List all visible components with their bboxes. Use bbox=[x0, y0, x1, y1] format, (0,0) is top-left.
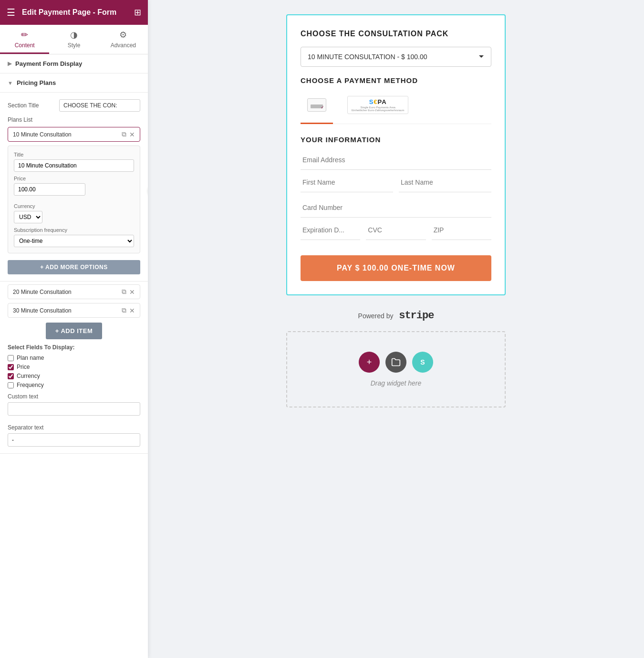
plan-detail-box: Title Price Currency USD EUR GBP Subscri… bbox=[8, 146, 140, 253]
section-title-row: Section Title bbox=[8, 99, 140, 112]
payment-method-card[interactable] bbox=[301, 92, 333, 118]
pay-button[interactable]: PAY $ 100.00 ONE-TIME NOW bbox=[301, 255, 491, 281]
plan-3-actions: ⧉ ✕ bbox=[122, 306, 135, 314]
add-item-button[interactable]: + ADD ITEM bbox=[46, 323, 103, 339]
price-section: Price bbox=[14, 176, 85, 199]
plan-1-actions: ⧉ ✕ bbox=[122, 130, 135, 138]
page-title: Edit Payment Page - Form bbox=[22, 8, 127, 17]
plan-1-copy-button[interactable]: ⧉ bbox=[122, 130, 126, 138]
subscription-section: Subscription frequency One-time Monthly … bbox=[14, 227, 134, 247]
top-bar: ☰ Edit Payment Page - Form ⊞ bbox=[0, 0, 148, 25]
tabs-bar: ✏ Content ◑ Style ⚙ Advanced bbox=[0, 25, 148, 54]
cvc-field[interactable] bbox=[366, 220, 426, 240]
tab-content[interactable]: ✏ Content bbox=[0, 25, 49, 54]
payment-form-display-label: Payment Form Display bbox=[15, 60, 82, 67]
last-name-field[interactable] bbox=[399, 173, 491, 192]
checkbox-frequency-input[interactable] bbox=[8, 382, 14, 388]
plan-3-copy-button[interactable]: ⧉ bbox=[122, 306, 126, 314]
expiry-field[interactable] bbox=[301, 220, 360, 240]
checkbox-currency[interactable]: Currency bbox=[8, 373, 140, 379]
name-row bbox=[301, 173, 491, 195]
payment-method-sepa[interactable]: S€PA Single Euro Payments AreaEinheitlic… bbox=[341, 92, 415, 118]
checkbox-currency-label: Currency bbox=[17, 373, 40, 379]
payment-form-display-header[interactable]: ▶ Payment Form Display bbox=[0, 54, 148, 73]
add-more-options-button[interactable]: + ADD MORE OPTIONS bbox=[8, 260, 140, 274]
stripe-widget-button[interactable]: S bbox=[412, 352, 433, 373]
sepa-euro: € bbox=[374, 98, 377, 105]
custom-text-input[interactable] bbox=[8, 402, 140, 416]
content-tab-label: Content bbox=[15, 42, 35, 49]
plan-title-input[interactable] bbox=[14, 159, 134, 172]
plans-list-label: Plans List bbox=[8, 116, 140, 123]
pricing-plans-content: Section Title Plans List 10 Minute Consu… bbox=[0, 93, 148, 282]
price-input[interactable] bbox=[14, 183, 85, 196]
tab-advanced[interactable]: ⚙ Advanced bbox=[99, 25, 148, 54]
stripe-text: stripe bbox=[399, 310, 434, 322]
sepa-badge: S€PA Single Euro Payments AreaEinheitlic… bbox=[347, 96, 408, 114]
choose-pack-title: CHOOSE THE CONSULTATION PACK bbox=[301, 30, 491, 38]
powered-by-text: Powered by bbox=[358, 312, 394, 320]
plan-2-actions: ⧉ ✕ bbox=[122, 288, 135, 296]
pricing-plans-header[interactable]: ▼ Pricing Plans bbox=[0, 73, 148, 93]
grid-icon[interactable]: ⊞ bbox=[134, 7, 141, 18]
style-tab-label: Style bbox=[68, 42, 81, 49]
content-tab-icon: ✏ bbox=[21, 30, 28, 40]
plan-2-copy-button[interactable]: ⧉ bbox=[122, 288, 126, 296]
section-title-input[interactable] bbox=[59, 99, 140, 112]
checkbox-price-input[interactable] bbox=[8, 364, 14, 370]
your-info-title: YOUR INFORMATION bbox=[301, 136, 491, 144]
payment-form-card: CHOOSE THE CONSULTATION PACK 10 MINUTE C… bbox=[286, 14, 506, 295]
widget-buttons: + S bbox=[359, 352, 433, 373]
subscription-label: Subscription frequency bbox=[14, 227, 134, 233]
plan-1-delete-button[interactable]: ✕ bbox=[129, 130, 135, 138]
email-field[interactable] bbox=[301, 150, 491, 170]
pp-arrow-icon: ▼ bbox=[8, 80, 13, 86]
hamburger-icon[interactable]: ☰ bbox=[7, 7, 15, 18]
sepa-s: S bbox=[369, 98, 374, 105]
plan-item-1[interactable]: 10 Minute Consultation ⧉ ✕ bbox=[8, 127, 140, 142]
advanced-tab-label: Advanced bbox=[111, 42, 136, 49]
sepa-pa: PA bbox=[378, 98, 387, 105]
plan-1-name: 10 Minute Consultation bbox=[13, 131, 122, 138]
folder-widget-button[interactable] bbox=[385, 352, 406, 373]
right-panel: CHOOSE THE CONSULTATION PACK 10 MINUTE C… bbox=[148, 0, 644, 658]
separator-text-input[interactable] bbox=[8, 433, 140, 447]
checkbox-currency-input[interactable] bbox=[8, 373, 14, 379]
plan-2-delete-button[interactable]: ✕ bbox=[129, 288, 135, 296]
pfd-arrow-icon: ▶ bbox=[8, 61, 11, 67]
add-item-container: + ADD ITEM bbox=[8, 323, 140, 339]
first-name-field[interactable] bbox=[301, 173, 393, 192]
checkbox-frequency-label: Frequency bbox=[17, 382, 44, 388]
plan-2-name: 20 Minute Consultation bbox=[13, 289, 122, 295]
payment-methods-row: S€PA Single Euro Payments AreaEinheitlic… bbox=[301, 92, 491, 124]
section-title-label: Section Title bbox=[8, 102, 55, 109]
plan-3-delete-button[interactable]: ✕ bbox=[129, 306, 135, 314]
currency-select[interactable]: USD EUR GBP bbox=[14, 211, 42, 223]
checkbox-plan-name-input[interactable] bbox=[8, 355, 14, 361]
title-label: Title bbox=[14, 152, 134, 157]
plan-item-3[interactable]: 30 Minute Consultation ⧉ ✕ bbox=[8, 303, 140, 318]
more-plans-section: 20 Minute Consultation ⧉ ✕ 30 Minute Con… bbox=[0, 282, 148, 454]
plan-item-2[interactable]: 20 Minute Consultation ⧉ ✕ bbox=[8, 284, 140, 299]
checkbox-price[interactable]: Price bbox=[8, 364, 140, 370]
consultation-dropdown[interactable]: 10 MINUTE CONSULTATION - $ 100.00 bbox=[301, 47, 491, 67]
tab-style[interactable]: ◑ Style bbox=[49, 25, 98, 54]
custom-text-label: Custom text bbox=[8, 393, 140, 400]
widget-dropzone[interactable]: + S Drag widget here bbox=[286, 331, 506, 407]
price-currency-row: Price Currency USD EUR GBP Subscription … bbox=[14, 176, 134, 247]
checkbox-frequency[interactable]: Frequency bbox=[8, 382, 140, 388]
checkbox-plan-name[interactable]: Plan name bbox=[8, 355, 140, 361]
pricing-plans-label: Pricing Plans bbox=[17, 79, 56, 86]
card-details-row bbox=[301, 220, 491, 243]
checkbox-price-label: Price bbox=[17, 364, 30, 370]
sepa-badge-sub: Single Euro Payments AreaEinheitlicher E… bbox=[352, 106, 404, 112]
subscription-select[interactable]: One-time Monthly Yearly bbox=[14, 235, 134, 247]
advanced-tab-icon: ⚙ bbox=[119, 30, 127, 40]
card-number-field[interactable] bbox=[301, 198, 491, 218]
sepa-badge-title: S€PA bbox=[369, 98, 387, 105]
zip-field[interactable] bbox=[432, 220, 491, 240]
select-fields-label: Select Fields To Display: bbox=[8, 344, 140, 351]
left-panel: ☰ Edit Payment Page - Form ⊞ ✏ Content ◑… bbox=[0, 0, 148, 658]
payment-method-title: CHOOSE A PAYMENT METHOD bbox=[301, 76, 491, 84]
add-widget-button[interactable]: + bbox=[359, 352, 380, 373]
